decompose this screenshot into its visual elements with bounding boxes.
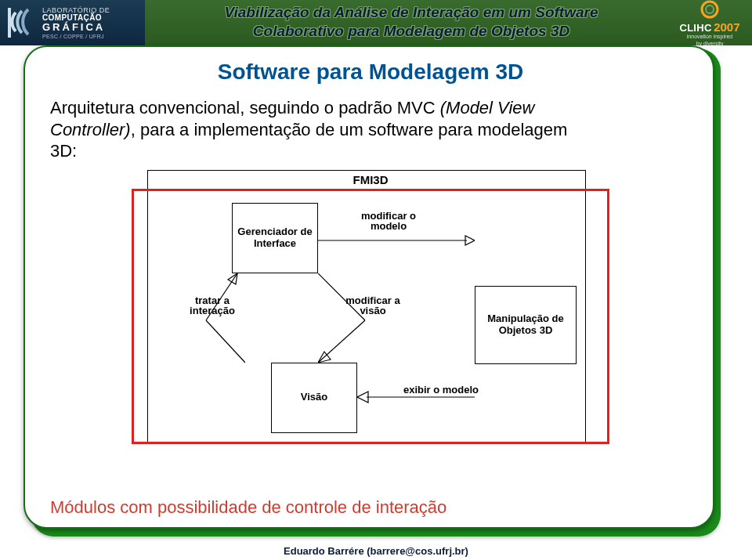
header-title: Viabilização da Análise de Interação em … <box>157 3 666 41</box>
box-visao: Visão <box>271 363 357 433</box>
logo-left-subline: PESC / COPPE / UFRJ <box>42 34 110 39</box>
clihc-tagline1: innovation inspired <box>687 34 732 39</box>
bottom-note: Módulos com possibilidade de controle de… <box>50 497 446 518</box>
lcg-logo-icon <box>5 6 38 39</box>
clihc-year: 2007 <box>714 20 739 34</box>
header-title-line2: Colaborativo para Modelagem de Objetos 3… <box>253 23 569 39</box>
body-line2-suffix: , para a implementação de um software pa… <box>131 120 568 139</box>
diagram: FMI3D Gerenciador de Interface Manipulaç… <box>124 168 617 458</box>
clihc-swirl-icon <box>699 0 721 20</box>
logo-left: LABORATÓRIO DE COMPUTAÇÃO GRÁFICA PESC /… <box>0 0 145 45</box>
header-title-line1: Viabilização da Análise de Interação em … <box>225 4 598 20</box>
label-tratar-interacao: tratar a interação <box>177 295 248 316</box>
logo-left-line3: GRÁFICA <box>42 22 110 32</box>
logo-left-line2: COMPUTAÇÃO <box>42 14 110 22</box>
diagram-title: FMI3D <box>124 173 617 186</box>
body-line3: 3D: <box>50 141 77 161</box>
content-card: Software para Modelagem 3D Arquitetura c… <box>24 45 714 529</box>
clihc-tagline2: by diversity <box>696 41 723 46</box>
section-title: Software para Modelagem 3D <box>50 60 691 85</box>
slide-header: LABORATÓRIO DE COMPUTAÇÃO GRÁFICA PESC /… <box>0 0 752 45</box>
content-area: Software para Modelagem 3D Arquitetura c… <box>31 49 721 537</box>
label-exibir-modelo: exibir o modelo <box>398 385 484 396</box>
body-line2-italic: Controller) <box>50 120 131 139</box>
logo-right: CLIHC 2007 innovation inspired by divers… <box>671 2 749 44</box>
body-line1-prefix: Arquitetura convencional, seguindo o pad… <box>50 98 440 117</box>
svg-point-2 <box>706 5 714 13</box>
label-modificar-modelo: modificar o modelo <box>349 211 428 232</box>
body-text: Arquitetura convencional, seguindo o pad… <box>50 97 691 162</box>
svg-point-1 <box>702 2 718 17</box>
clihc-title: CLIHC <box>679 22 711 34</box>
label-modificar-visao: modificar a visão <box>334 295 412 316</box>
box-manipulacao: Manipulação de Objetos 3D <box>475 286 577 364</box>
box-gerenciador: Gerenciador de Interface <box>232 203 318 273</box>
body-line1-italic: (Model View <box>440 98 535 117</box>
footer: Eduardo Barrére (barrere@cos.ufrj.br) <box>0 545 752 557</box>
